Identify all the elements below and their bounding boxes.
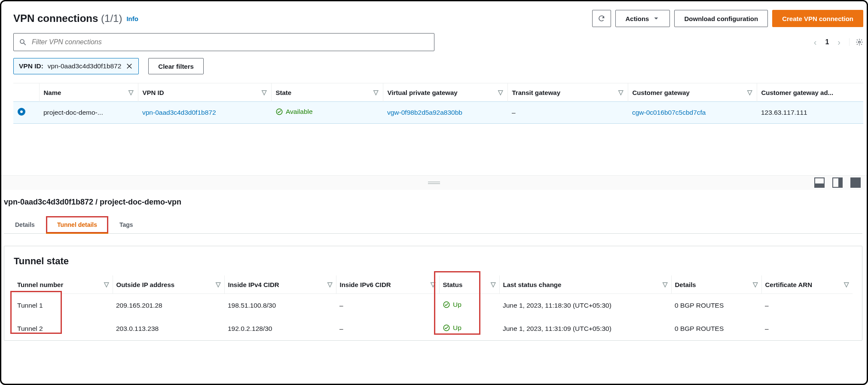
filter-input[interactable] xyxy=(31,38,429,46)
svg-line-1 xyxy=(24,43,26,45)
tunnel-status: Up xyxy=(443,324,462,332)
tunnel-cert: – xyxy=(761,294,853,318)
tunnel-last: June 1, 2023, 11:18:30 (UTC+05:30) xyxy=(499,294,671,318)
sort-icon: ▽ xyxy=(373,89,379,96)
tcol-number[interactable]: Tunnel number▽ xyxy=(14,275,113,294)
tunnel-details: 0 BGP ROUTES xyxy=(671,317,761,340)
cell-cgw-link[interactable]: cgw-0c016b07c5cbd7cfa xyxy=(632,109,706,116)
tunnel-number: Tunnel 2 xyxy=(14,317,113,340)
tcol-details[interactable]: Details▽ xyxy=(671,275,761,294)
tunnel-inside6: – xyxy=(336,317,439,340)
clear-filters-button[interactable]: Clear filters xyxy=(148,58,204,74)
table-settings-button[interactable] xyxy=(849,38,863,46)
sort-icon: ▽ xyxy=(262,89,267,96)
tunnel-details: 0 BGP ROUTES xyxy=(671,294,761,318)
col-tgw[interactable]: Transit gateway▽ xyxy=(507,83,628,102)
col-state[interactable]: State▽ xyxy=(271,83,383,102)
cell-vgw-link[interactable]: vgw-0f98b2d5a92a830bb xyxy=(387,109,462,116)
col-vgw[interactable]: Virtual private gateway▽ xyxy=(383,83,507,102)
check-circle-icon xyxy=(443,324,450,332)
col-cgw[interactable]: Customer gateway▽ xyxy=(628,83,757,102)
info-link[interactable]: Info xyxy=(126,15,138,22)
search-icon xyxy=(19,38,27,46)
actions-button-label: Actions xyxy=(625,15,649,22)
detail-breadcrumb: vpn-0aad3c4d3d0f1b872 / project-doc-demo… xyxy=(4,198,862,207)
tunnel-cert: – xyxy=(761,317,853,340)
filter-chip-key: VPN ID: xyxy=(19,62,43,70)
filter-chip-value: vpn-0aad3c4d3d0f1b872 xyxy=(48,62,122,70)
tab-tags[interactable]: Tags xyxy=(108,216,144,233)
cell-name: project-doc-demo-... xyxy=(39,102,138,124)
grip-icon xyxy=(428,182,440,184)
cell-cgw-addr: 123.63.117.111 xyxy=(757,102,863,124)
svg-point-0 xyxy=(20,40,24,43)
tcol-inside4[interactable]: Inside IPv4 CIDR▽ xyxy=(224,275,336,294)
tunnel-outside: 209.165.201.28 xyxy=(113,294,224,318)
refresh-icon xyxy=(598,15,605,22)
tab-tunnel-details[interactable]: Tunnel details xyxy=(46,216,108,233)
page-title-count: (1/1) xyxy=(101,12,122,24)
cell-vpn-id-link[interactable]: vpn-0aad3c4d3d0f1b872 xyxy=(142,109,216,116)
tunnel-number: Tunnel 1 xyxy=(14,294,113,318)
sort-icon: ▽ xyxy=(844,281,849,288)
create-vpn-button[interactable]: Create VPN connection xyxy=(772,10,863,27)
pager: ‹ 1 › xyxy=(814,37,863,47)
tab-details[interactable]: Details xyxy=(4,216,46,233)
filter-chip-remove[interactable] xyxy=(125,62,133,70)
col-vpn-id[interactable]: VPN ID▽ xyxy=(138,83,271,102)
tunnel-row[interactable]: Tunnel 1 209.165.201.28 198.51.100.8/30 … xyxy=(14,294,853,318)
filter-search[interactable] xyxy=(13,33,434,51)
tunnel-row[interactable]: Tunnel 2 203.0.113.238 192.0.2.128/30 – … xyxy=(14,317,853,340)
filter-chip-vpn-id[interactable]: VPN ID: vpn-0aad3c4d3d0f1b872 xyxy=(13,58,139,74)
tcol-status[interactable]: Status▽ xyxy=(439,275,499,294)
sort-icon: ▽ xyxy=(216,281,221,288)
tcol-last[interactable]: Last status change▽ xyxy=(499,275,671,294)
page-title: VPN connections (1/1) xyxy=(13,12,122,24)
tunnel-inside6: – xyxy=(336,294,439,318)
sort-icon: ▽ xyxy=(498,89,503,96)
layout-full-button[interactable] xyxy=(850,177,861,188)
tunnel-inside4: 198.51.100.8/30 xyxy=(224,294,336,318)
table-row[interactable]: project-doc-demo-... vpn-0aad3c4d3d0f1b8… xyxy=(13,102,863,124)
tcol-inside6[interactable]: Inside IPv6 CIDR▽ xyxy=(336,275,439,294)
tunnel-state-card: Tunnel state Tunnel number▽ Outside IP a… xyxy=(4,246,862,341)
layout-bottom-button[interactable] xyxy=(814,177,825,188)
tunnel-status: Up xyxy=(443,301,462,309)
cell-tgw: – xyxy=(507,102,628,124)
svg-point-2 xyxy=(859,41,861,43)
sort-icon: ▽ xyxy=(753,281,758,288)
caret-down-icon xyxy=(652,15,660,22)
download-config-button[interactable]: Download configuration xyxy=(674,10,768,27)
pager-next[interactable]: › xyxy=(837,37,840,47)
col-select xyxy=(13,83,39,102)
cell-state: Available xyxy=(275,108,313,116)
sort-icon: ▽ xyxy=(128,89,134,96)
refresh-button[interactable] xyxy=(592,10,611,27)
tunnel-outside: 203.0.113.238 xyxy=(113,317,224,340)
gear-icon xyxy=(856,38,863,46)
sort-icon: ▽ xyxy=(491,281,496,288)
tunnel-inside4: 192.0.2.128/30 xyxy=(224,317,336,340)
col-name[interactable]: Name▽ xyxy=(39,83,138,102)
col-cgw-addr[interactable]: Customer gateway ad... xyxy=(757,83,863,102)
check-circle-icon xyxy=(443,301,450,309)
tunnel-state-title: Tunnel state xyxy=(14,256,853,267)
pager-prev[interactable]: ‹ xyxy=(814,37,817,47)
sort-icon: ▽ xyxy=(431,281,436,288)
pager-page: 1 xyxy=(825,38,829,46)
sort-icon: ▽ xyxy=(104,281,109,288)
actions-button[interactable]: Actions xyxy=(615,10,670,27)
sort-icon: ▽ xyxy=(663,281,668,288)
row-radio[interactable] xyxy=(18,108,25,116)
sort-icon: ▽ xyxy=(327,281,333,288)
page-title-text: VPN connections xyxy=(13,12,98,24)
close-icon xyxy=(125,62,133,70)
sort-icon: ▽ xyxy=(747,89,752,96)
sort-icon: ▽ xyxy=(618,89,623,96)
check-circle-icon xyxy=(275,108,283,116)
panel-splitter[interactable] xyxy=(1,175,867,190)
tcol-outside[interactable]: Outside IP address▽ xyxy=(113,275,224,294)
layout-side-button[interactable] xyxy=(832,177,843,188)
tunnel-last: June 1, 2023, 11:31:09 (UTC+05:30) xyxy=(499,317,671,340)
tcol-cert[interactable]: Certificate ARN▽ xyxy=(761,275,853,294)
